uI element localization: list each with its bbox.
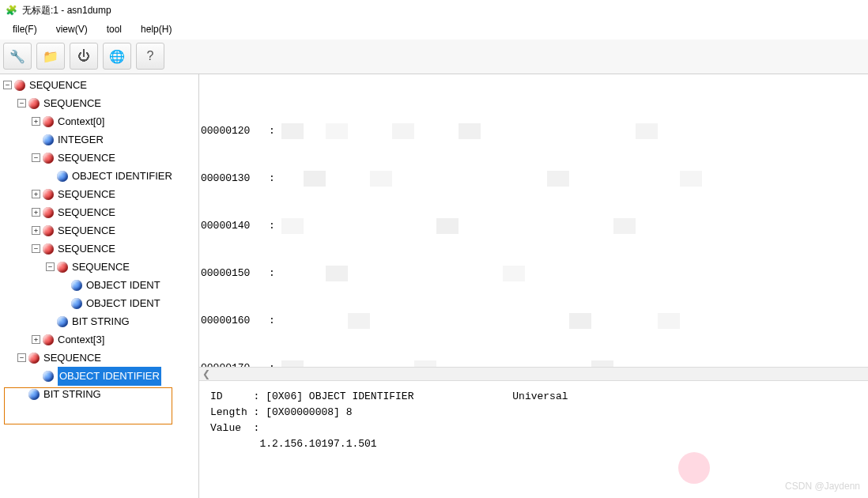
- expander-icon[interactable]: −: [3, 81, 12, 89]
- cursor-marker-icon: [678, 452, 710, 484]
- tree-label: SEQUENCE: [58, 222, 115, 240]
- tree-node-sequence[interactable]: − SEQUENCE: [3, 258, 198, 276]
- tree-node-sequence[interactable]: − SEQUENCE: [3, 240, 198, 258]
- tool-open-icon[interactable]: 📁: [36, 43, 65, 70]
- tree-node-oid[interactable]: OBJECT IDENT: [3, 276, 198, 294]
- field-class-value: Universal: [512, 390, 568, 402]
- menu-tool[interactable]: tool: [97, 22, 131, 38]
- tool-settings-icon[interactable]: 🔧: [3, 43, 32, 70]
- tree-node-sequence[interactable]: − SEQUENCE: [3, 94, 198, 112]
- expander-icon[interactable]: +: [32, 208, 40, 217]
- tree-label: BIT STRING: [43, 386, 101, 403]
- field-id-value: [0X06] OBJECT IDENTIFIER: [266, 390, 413, 402]
- field-id-label: ID: [210, 390, 223, 402]
- node-icon: [43, 371, 54, 382]
- node-icon: [43, 134, 54, 145]
- field-value-label: Value: [210, 422, 241, 434]
- hex-offset: 00000160: [201, 313, 269, 329]
- scroll-left-icon[interactable]: ❮: [202, 368, 210, 379]
- menu-view[interactable]: view(V): [47, 22, 97, 38]
- expander-icon[interactable]: −: [32, 153, 40, 162]
- horizontal-scrollbar[interactable]: ❮: [199, 367, 868, 381]
- tree-node-context[interactable]: + Context[3]: [3, 330, 198, 349]
- tree-node-sequence[interactable]: − SEQUENCE: [3, 149, 198, 167]
- tree-node-sequence[interactable]: + SEQUENCE: [3, 203, 198, 221]
- menu-bar: file(F) view(V) tool help(H): [0, 21, 868, 40]
- menu-file[interactable]: file(F): [3, 22, 47, 38]
- watermark: CSDN @Jaydenn: [785, 481, 860, 492]
- node-icon: [43, 153, 54, 164]
- right-pane: 00000120: 00000130: 00000140: 00000150: …: [199, 74, 868, 498]
- tree-node-bitstring[interactable]: BIT STRING: [3, 312, 198, 330]
- tree-node-oid[interactable]: OBJECT IDENTIFIER: [3, 167, 198, 185]
- node-icon: [14, 80, 25, 91]
- node-icon: [57, 171, 68, 182]
- tree-node-sequence[interactable]: − SEQUENCE: [3, 76, 198, 94]
- node-icon: [71, 280, 82, 291]
- node-icon: [28, 98, 40, 109]
- tree-label: OBJECT IDENT: [86, 295, 160, 312]
- expander-icon[interactable]: +: [32, 226, 40, 235]
- expander-icon[interactable]: −: [46, 262, 55, 271]
- expander-icon[interactable]: +: [32, 190, 40, 198]
- tree-node-sequence[interactable]: + SEQUENCE: [3, 185, 198, 203]
- node-icon: [57, 262, 68, 273]
- main-area: − SEQUENCE − SEQUENCE + Context[0] INTEG…: [0, 74, 868, 498]
- tree-node-integer[interactable]: INTEGER: [3, 130, 198, 149]
- tool-help-icon[interactable]: ?: [136, 43, 164, 70]
- tree-label: SEQUENCE: [58, 240, 115, 258]
- tree-label: BIT STRING: [72, 313, 130, 330]
- expander-icon[interactable]: +: [32, 117, 40, 126]
- tree-label: SEQUENCE: [58, 186, 115, 203]
- field-length-label: Length: [210, 406, 247, 418]
- hex-offset: 00000150: [201, 266, 269, 281]
- node-icon: [43, 116, 54, 127]
- node-icon: [28, 389, 40, 400]
- expander-icon[interactable]: −: [17, 99, 26, 108]
- detail-pane: ID : [0X06] OBJECT IDENTIFIER Universal …: [199, 381, 868, 498]
- node-icon: [71, 298, 82, 309]
- tree-label: SEQUENCE: [58, 204, 115, 221]
- field-value-value: 1.2.156.10197.1.501: [259, 438, 376, 450]
- tree-label: OBJECT IDENT: [86, 277, 160, 294]
- hex-viewer[interactable]: 00000120: 00000130: 00000140: 00000150: …: [199, 74, 868, 367]
- window-title: 无标题:1 - asn1dump: [22, 4, 111, 17]
- tree-label: INTEGER: [58, 131, 104, 149]
- tree-node-sequence[interactable]: − SEQUENCE: [3, 349, 198, 367]
- title-bar: 🧩 无标题:1 - asn1dump: [0, 0, 868, 21]
- tool-globe-icon[interactable]: 🌐: [103, 43, 131, 70]
- tree-label-selected: OBJECT IDENTIFIER: [58, 367, 161, 386]
- tree-label: OBJECT IDENTIFIER: [72, 168, 172, 185]
- tree-node-oid[interactable]: OBJECT IDENT: [3, 294, 198, 312]
- tree-label: SEQUENCE: [43, 95, 101, 112]
- node-icon: [43, 243, 54, 255]
- tree-node-bitstring[interactable]: BIT STRING: [3, 385, 198, 403]
- tree-pane[interactable]: − SEQUENCE − SEQUENCE + Context[0] INTEG…: [0, 74, 199, 498]
- tree-label: Context[0]: [58, 113, 104, 130]
- tree-label: Context[3]: [58, 331, 104, 349]
- expander-icon[interactable]: +: [32, 335, 40, 344]
- tree-label: SEQUENCE: [43, 349, 101, 367]
- tree-label: SEQUENCE: [58, 149, 115, 167]
- hex-offset: 00000120: [201, 123, 269, 139]
- tree-label: SEQUENCE: [72, 258, 130, 276]
- app-icon: 🧩: [5, 4, 17, 17]
- node-icon: [43, 189, 54, 200]
- node-icon: [28, 353, 40, 364]
- field-length-value: [0X00000008] 8: [266, 406, 352, 418]
- tree-node-context[interactable]: + Context[0]: [3, 112, 198, 130]
- hex-offset: 00000170: [201, 360, 269, 367]
- node-icon: [43, 225, 54, 236]
- toolbar: 🔧 📁 ⏻ 🌐 ?: [0, 40, 868, 74]
- node-icon: [43, 334, 54, 345]
- tree-label: SEQUENCE: [29, 77, 87, 94]
- tool-power-icon[interactable]: ⏻: [70, 43, 98, 70]
- expander-icon[interactable]: −: [32, 244, 40, 253]
- node-icon: [57, 316, 68, 327]
- node-icon: [43, 207, 54, 218]
- tree-node-oid-selected[interactable]: OBJECT IDENTIFIER: [3, 367, 198, 385]
- hex-offset: 00000140: [201, 218, 269, 234]
- expander-icon[interactable]: −: [17, 353, 26, 362]
- tree-node-sequence[interactable]: + SEQUENCE: [3, 221, 198, 240]
- menu-help[interactable]: help(H): [131, 22, 181, 38]
